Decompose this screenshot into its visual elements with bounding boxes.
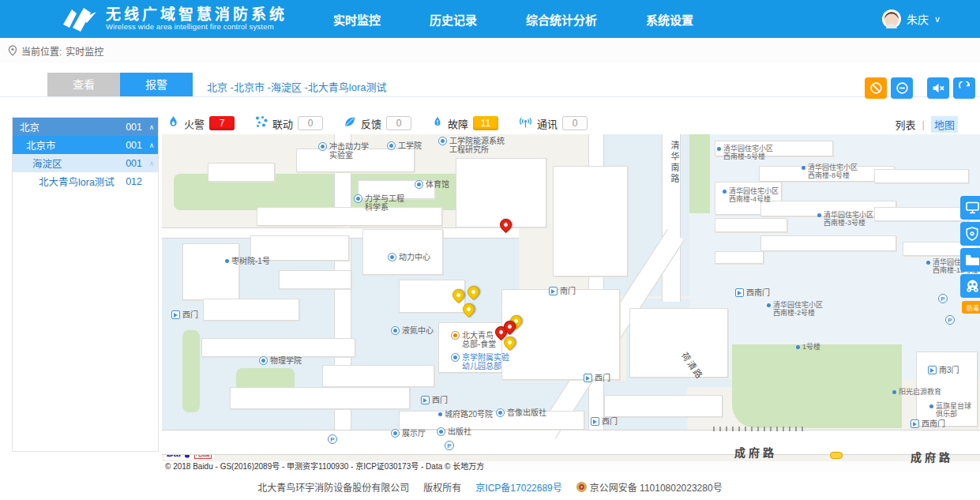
poi-dot-icon	[723, 190, 727, 194]
map-label-text: 1号楼	[802, 343, 820, 351]
poi-dot-icon	[817, 213, 821, 217]
nav-item-settings[interactable]: 系统设置	[646, 11, 693, 28]
ban-button[interactable]	[865, 77, 887, 99]
status-label: 反馈	[361, 116, 381, 131]
chevron-up-icon[interactable]: ∧	[145, 160, 158, 167]
leaf-icon	[344, 116, 356, 131]
map-label-text: 西门	[182, 310, 198, 319]
side-button-folder[interactable]	[960, 248, 980, 272]
poi-icon	[437, 427, 445, 436]
region-tree-panel: 北京 001 ∧北京市 001 ∧海淀区 001 ∧北大青鸟lora测试 012	[12, 117, 159, 452]
tab-alarm[interactable]: 报警	[120, 73, 193, 96]
map-label-text: 京学附属实验 幼儿园总部	[462, 353, 509, 370]
map-label-text: 清华园住宅小区 西南楼-3号楼	[824, 211, 873, 227]
side-button-monitor[interactable]	[960, 196, 980, 220]
map-building	[257, 207, 442, 226]
footer-icp-link[interactable]: 京ICP备17022689号	[475, 480, 561, 494]
map-label-text: 工学院	[398, 141, 422, 150]
refresh-icon	[958, 81, 971, 95]
poi-icon	[391, 429, 400, 438]
monitor-icon	[965, 201, 980, 215]
map-label-text: 西南门	[922, 419, 945, 428]
linkage-count[interactable]: 0	[298, 116, 323, 130]
map-building	[201, 338, 355, 357]
map-label-text: 阳光启源教育	[899, 388, 941, 396]
gate-icon	[421, 396, 430, 404]
map-label: 工学院能源系统 工程研究所	[438, 137, 505, 154]
map-label-text: 西南门	[746, 288, 770, 297]
chevron-up-icon[interactable]: ∧	[145, 141, 158, 149]
map-label-text: 工学院能源系统 工程研究所	[449, 137, 505, 154]
map-canvas[interactable]: Bai 地图 © 2018 Baidu - GS(2016)2089号 - 甲测…	[162, 134, 980, 472]
map-toolbar	[865, 77, 975, 99]
chevron-up-icon[interactable]: ∧	[145, 123, 158, 131]
poi-icon	[391, 326, 400, 335]
view-toggle-separator: |	[922, 118, 925, 130]
tree-item-label: 北大青鸟lora测试	[13, 174, 126, 189]
poi-dot-icon	[717, 147, 721, 151]
nav-item-statistics[interactable]: 综合统计分析	[526, 11, 597, 28]
poi-dot-icon	[926, 261, 930, 265]
side-button-shield[interactable]	[960, 222, 980, 246]
map-label: 清华园住宅小区 西南楼-8号楼	[802, 164, 858, 179]
map-label: 阳光启源教育	[892, 388, 941, 396]
poi-dot-icon	[438, 412, 442, 416]
tree-item-2[interactable]: 海淀区 001 ∧	[13, 154, 158, 172]
map-label: 音像出版社	[496, 408, 546, 417]
avatar	[882, 9, 901, 28]
map-label: 清华园住宅小区 西南楼-2号楼	[767, 301, 823, 317]
signal-icon	[519, 115, 532, 131]
map-label-text: 蓝旗星台球 俱乐部	[936, 402, 971, 418]
tab-divider	[0, 96, 980, 97]
location-path: 北京 -北京市 -海淀区 -北大青鸟lora测试	[207, 79, 387, 94]
minus-button[interactable]	[891, 77, 913, 99]
tab-view[interactable]: 查看	[47, 73, 120, 96]
view-toggle-map[interactable]: 地图	[931, 116, 958, 133]
shield-icon	[965, 227, 979, 242]
map-label-text: 清华园住宅小区 西南楼-2号楼	[773, 301, 823, 317]
mute-button[interactable]	[927, 77, 949, 99]
app-subtitle: Wireless wide area intelligent fire cont…	[106, 23, 287, 31]
fault-count[interactable]: 11	[473, 116, 498, 130]
map-label: 西南门	[911, 419, 945, 428]
linkage-icon	[255, 115, 268, 131]
poi-icon	[438, 137, 447, 145]
poi-dot-icon	[225, 259, 229, 263]
refresh-button[interactable]	[953, 77, 975, 99]
map-label: P	[945, 315, 955, 325]
map-label: 体育馆	[415, 180, 449, 189]
tree-item-1[interactable]: 北京市 001 ∧	[13, 136, 158, 154]
map-label: 西南门	[735, 288, 770, 297]
tree-item-0[interactable]: 北京 001 ∧	[13, 118, 158, 136]
nav-item-history[interactable]: 历史记录	[430, 11, 477, 28]
map-label: 西门	[591, 417, 618, 426]
nav-item-realtime-monitor[interactable]: 实时监控	[333, 11, 381, 28]
map-building	[279, 270, 351, 289]
status-label: 联动	[272, 116, 293, 131]
chevron-down-icon: ∨	[934, 14, 941, 24]
tree-item-3[interactable]: 北大青鸟lora测试 012	[13, 172, 158, 190]
poi-icon	[388, 253, 396, 261]
police-badge-icon	[576, 482, 587, 492]
map-building	[553, 166, 628, 276]
view-toggle-list[interactable]: 列表	[896, 117, 916, 132]
side-tag[interactable]: 防毒	[962, 301, 980, 314]
map-label-text: 成府路	[734, 449, 777, 457]
map-building	[230, 387, 410, 409]
map-label: 南门	[549, 287, 576, 295]
gate-icon	[928, 366, 937, 374]
comm-count[interactable]: 0	[562, 116, 588, 130]
user-menu[interactable]: 朱庆 ∨	[882, 0, 941, 38]
footer-company: 北大青鸟环宇消防设备股份有限公司	[257, 480, 409, 494]
side-button-gasmask[interactable]	[960, 274, 980, 298]
map-label-text: 南门	[560, 287, 576, 295]
fire-alarm-count[interactable]: 7	[209, 116, 235, 130]
map-building	[203, 299, 299, 321]
map-label: 工学院	[387, 141, 422, 150]
map-label: 冲击动力学 实验室	[318, 142, 369, 160]
status-fault: 故障 11	[432, 115, 498, 131]
feedback-count[interactable]: 0	[386, 116, 411, 130]
map-label-text: 动力中心	[399, 253, 430, 261]
map-label-text: 冲击动力学 实验室	[329, 142, 369, 160]
parking-icon: P	[938, 294, 948, 303]
